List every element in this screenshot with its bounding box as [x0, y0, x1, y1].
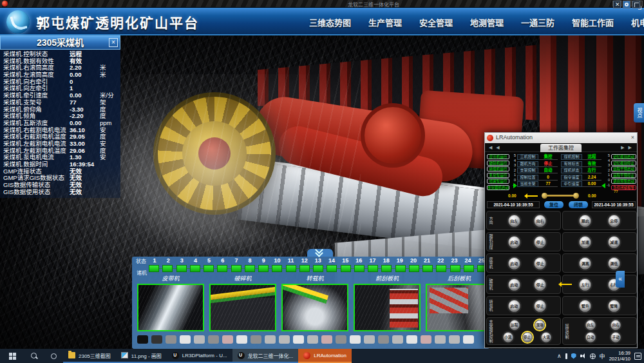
channel-status-square[interactable] — [464, 265, 474, 272]
lr-right-button-4[interactable]: 远程干预停止 — [611, 173, 636, 178]
lr-right-button-5[interactable]: 语音预警启动 — [611, 179, 636, 184]
viewpoint-tab[interactable]: 视点 — [634, 103, 644, 123]
lr-close-icon[interactable]: × — [631, 134, 634, 141]
circle-button[interactable]: 自动 — [585, 332, 596, 342]
channel-status-square[interactable] — [258, 265, 269, 272]
circle-button[interactable]: 臂升 — [579, 300, 591, 312]
lr-titlebar[interactable]: LRAutomation × — [485, 133, 637, 143]
taskbar-app-4[interactable]: 龙软二三维一体化... — [232, 349, 299, 363]
circle-button[interactable]: 现场 — [535, 320, 545, 330]
tab-workface-control[interactable]: 工作面集控 — [540, 144, 582, 152]
circle-button[interactable]: 远程 — [509, 320, 520, 330]
filmstrip-frame[interactable] — [222, 335, 233, 344]
circle-button[interactable]: 停止 — [534, 257, 546, 270]
lock-pill-button[interactable]: 闭锁 — [569, 201, 588, 208]
filmstrip-frame[interactable] — [435, 335, 446, 344]
lr-left-button-2[interactable]: 破碎机运行 — [487, 161, 509, 166]
circle-button[interactable]: 减速 — [608, 236, 620, 248]
taskbar-app-1[interactable]: 2305三维截图 — [63, 349, 116, 363]
filmstrip-frame[interactable] — [307, 335, 318, 344]
security-shield-icon[interactable] — [571, 353, 576, 359]
channel-status-square[interactable] — [204, 265, 214, 272]
filmstrip-frame[interactable] — [421, 335, 431, 344]
lr-right-button-1[interactable]: 记忆截割启动 — [611, 154, 636, 159]
circle-button[interactable]: 向右 — [534, 215, 546, 227]
filmstrip-frame[interactable] — [392, 335, 403, 344]
channel-status-square[interactable] — [368, 265, 378, 272]
filmstrip-frame[interactable] — [265, 335, 276, 344]
ime-indicator[interactable]: 中 — [600, 352, 605, 360]
circle-button[interactable]: 左行 — [579, 279, 591, 291]
channel-status-square[interactable] — [162, 265, 173, 272]
circle-button[interactable]: 手动 — [611, 332, 621, 342]
channel-status-square[interactable] — [286, 265, 296, 272]
circle-button[interactable]: 向右 — [611, 320, 621, 330]
filmstrip-frame[interactable] — [208, 335, 219, 344]
nav-item-1[interactable]: 三维态势图 — [309, 16, 351, 28]
camera-thumbnail-1[interactable] — [137, 284, 204, 331]
circle-button[interactable]: 调高 — [579, 257, 591, 270]
task-view-button[interactable] — [44, 349, 63, 363]
panel-collapse-tab[interactable]: « — [616, 271, 625, 288]
channel-status-square[interactable] — [422, 265, 433, 272]
channel-status-square[interactable] — [190, 265, 200, 272]
channel-status-square[interactable] — [341, 265, 351, 272]
nav-item-5[interactable]: 一通三防 — [521, 16, 554, 28]
circle-button[interactable]: 停止 — [534, 279, 546, 291]
channel-status-square[interactable] — [313, 265, 323, 272]
channel-status-square[interactable] — [299, 265, 310, 272]
channel-status-square[interactable] — [409, 265, 419, 272]
filmstrip-frame[interactable] — [194, 335, 205, 344]
shearer-panel-close-icon[interactable]: × — [109, 38, 118, 47]
channel-status-square[interactable] — [381, 265, 392, 272]
filmstrip-frame[interactable] — [279, 335, 290, 344]
camera-panel-collapse-button[interactable] — [307, 249, 333, 257]
circle-button[interactable]: 启动 — [508, 236, 520, 248]
camera-thumbnail-3[interactable] — [281, 284, 348, 331]
tab-right-arrows-icon[interactable]: ▶ ▶ — [621, 145, 633, 150]
start-button[interactable] — [0, 349, 24, 363]
filmstrip-frame[interactable] — [251, 335, 261, 344]
circle-button[interactable]: 停止 — [522, 332, 533, 342]
channel-status-square[interactable] — [217, 265, 227, 272]
circle-button[interactable]: 总停 — [608, 215, 620, 227]
filmstrip-frame[interactable] — [449, 335, 460, 344]
tools-icon[interactable]: ✕ — [613, 1, 621, 8]
filmstrip-frame[interactable] — [463, 335, 474, 344]
filmstrip-frame[interactable] — [151, 335, 162, 344]
speaker-icon[interactable] — [580, 353, 586, 358]
taskbar-app-3[interactable]: LR3DPlatform - U... — [167, 349, 232, 363]
taskbar-app-5[interactable]: LRAutomation — [298, 349, 352, 363]
search-button[interactable] — [24, 349, 44, 363]
network-icon[interactable] — [590, 353, 596, 359]
camera-thumbnail-5[interactable] — [426, 284, 493, 331]
channel-status-square[interactable] — [327, 265, 337, 272]
channel-status-square[interactable] — [436, 265, 446, 272]
channel-status-square[interactable] — [231, 265, 242, 272]
filmstrip-frame[interactable] — [406, 335, 417, 344]
lr-left-button-6[interactable]: 支架跟机启动 — [487, 185, 509, 190]
filmstrip-frame[interactable] — [321, 335, 332, 344]
tab-left-arrows-icon[interactable]: ◀ ◀ — [489, 145, 501, 150]
nav-item-3[interactable]: 安全管理 — [419, 16, 453, 28]
filmstrip-frame[interactable] — [180, 335, 191, 344]
circle-button[interactable]: 小流 — [503, 332, 513, 342]
circle-button[interactable]: 向左 — [508, 215, 520, 227]
lr-left-button-3[interactable]: 转载机运行 — [487, 166, 509, 172]
channel-status-square[interactable] — [395, 265, 406, 272]
action-center-icon[interactable] — [634, 353, 641, 360]
pen-icon[interactable] — [565, 353, 567, 359]
gear-icon[interactable] — [623, 1, 630, 8]
clock[interactable]: 16:39 2021/4/10 — [609, 350, 630, 362]
channel-status-square[interactable] — [176, 265, 187, 272]
reset-pill-button[interactable]: 复位 — [544, 201, 564, 208]
circle-button[interactable]: 启动 — [508, 300, 520, 312]
filmstrip-frame[interactable] — [350, 335, 361, 344]
circle-button[interactable]: 大流 — [541, 332, 551, 342]
nav-item-6[interactable]: 智能工作面 — [572, 16, 614, 28]
camera-thumbnail-2[interactable] — [209, 284, 276, 331]
filmstrip-frame[interactable] — [137, 335, 148, 344]
channel-status-square[interactable] — [272, 265, 282, 272]
circle-button[interactable]: 加速 — [579, 236, 591, 248]
camera-thumbnail-4[interactable] — [354, 284, 421, 331]
